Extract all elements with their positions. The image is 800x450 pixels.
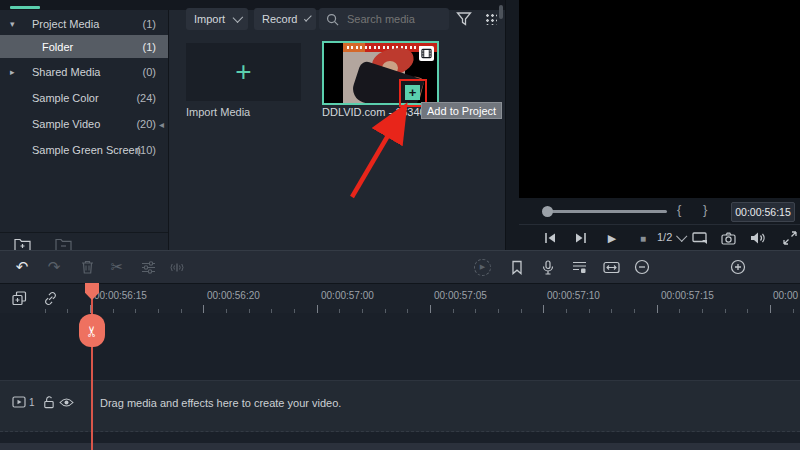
- redo-icon[interactable]: ↷: [45, 258, 63, 276]
- divider: [0, 232, 168, 233]
- sidebar-collapse-icon[interactable]: ◂: [159, 119, 164, 130]
- sidebar-item-count: (1): [143, 18, 156, 30]
- display-device-icon[interactable]: [691, 229, 709, 247]
- link-icon[interactable]: [41, 289, 59, 307]
- sidebar-item-label: Sample Green Screen: [32, 144, 141, 156]
- ruler-timestamp: 00:00:56:20: [207, 290, 260, 301]
- voiceover-mic-icon[interactable]: [539, 258, 557, 276]
- chevron-down-icon: [304, 14, 311, 21]
- duplicate-icon[interactable]: [10, 289, 28, 307]
- import-button-label: Import: [194, 13, 225, 25]
- sidebar-item-count: (24): [136, 92, 156, 104]
- ruler-timestamp: 00:00:57:00: [321, 290, 374, 301]
- sidebar-item-shared-media[interactable]: ▸ Shared Media (0): [0, 60, 168, 83]
- audio-denoise-icon[interactable]: [168, 258, 186, 276]
- zoom-in-icon[interactable]: [729, 258, 747, 276]
- sidebar-item-label: Sample Color: [32, 92, 99, 104]
- preview-panel: { } 00:00:56:15 ▶ ■ 1/2: [505, 0, 800, 250]
- add-to-project-tooltip: Add to Project: [421, 102, 502, 119]
- preview-screen[interactable]: [519, 0, 800, 198]
- sidebar-item-sample-color[interactable]: Sample Color (24): [0, 86, 168, 109]
- active-tab-indicator: [10, 6, 40, 9]
- delete-icon[interactable]: [78, 258, 96, 276]
- timeline-tracks: 1 Drag media and effects here to create …: [0, 313, 800, 450]
- sidebar-item-label: Folder: [42, 41, 73, 53]
- video-file-icon: [419, 46, 434, 61]
- sidebar-item-count: (0): [143, 66, 156, 78]
- triangle-down-icon[interactable]: ▾: [10, 19, 20, 29]
- lock-track-icon[interactable]: [39, 393, 57, 411]
- track-number: 1: [29, 397, 35, 408]
- sidebar-item-label: Sample Video: [32, 118, 100, 130]
- sidebar-item-count: (20): [136, 118, 156, 130]
- record-button[interactable]: Record: [254, 8, 316, 30]
- sidebar-item-project-media[interactable]: ▾ Project Media (1): [0, 12, 168, 35]
- video-track-icon: 1: [12, 396, 35, 408]
- timeline-ruler[interactable]: 00:00:56:15 00:00:56:20 00:00:57:00 00:0…: [0, 283, 800, 314]
- auto-ripple-icon[interactable]: [602, 258, 620, 276]
- media-library-sidebar: ▾ Project Media (1) Folder (1) ▸ Shared …: [0, 10, 169, 252]
- toggle-visibility-eye-icon[interactable]: [57, 393, 75, 411]
- mark-in-icon[interactable]: {: [677, 202, 681, 217]
- next-frame-icon[interactable]: [571, 229, 589, 247]
- ruler-timestamp: 00:00:57:05: [434, 290, 487, 301]
- media-panel: Import Record + Import Media: [169, 10, 505, 250]
- sidebar-item-count: (1): [143, 41, 156, 53]
- triangle-right-icon[interactable]: ▸: [10, 67, 20, 77]
- plus-icon: +: [235, 58, 251, 86]
- zoom-out-icon[interactable]: [633, 258, 651, 276]
- empty-track-hint: Drag media and effects here to create yo…: [100, 397, 341, 409]
- sidebar-item-label: Project Media: [32, 18, 99, 30]
- chevron-down-icon: [676, 231, 687, 242]
- search-box[interactable]: [319, 8, 449, 30]
- scrubber-track[interactable]: [547, 210, 667, 213]
- sidebar-item-sample-video[interactable]: Sample Video (20): [0, 112, 168, 135]
- ruler-timestamp: 00:00:57:15: [661, 290, 714, 301]
- timeline-toolbar: ↶ ↷ ✂ ▶: [0, 250, 800, 284]
- render-preview-icon[interactable]: ▶: [473, 258, 491, 276]
- split-scissors-icon[interactable]: ✂: [108, 258, 126, 276]
- volume-icon[interactable]: [749, 229, 767, 247]
- record-button-label: Record: [262, 13, 297, 25]
- ruler-timestamp: 00:00:56:15: [94, 290, 147, 301]
- playhead-scissors-handle[interactable]: ✂: [79, 314, 105, 347]
- filter-icon[interactable]: [456, 11, 472, 27]
- sidebar-item-sample-green-screen[interactable]: Sample Green Screen (10): [0, 138, 168, 161]
- import-button[interactable]: Import: [186, 8, 248, 30]
- scissors-icon: ✂: [83, 324, 101, 337]
- fullscreen-icon[interactable]: [781, 229, 799, 247]
- sidebar-item-folder[interactable]: Folder (1): [0, 35, 168, 58]
- marker-icon[interactable]: [508, 258, 526, 276]
- filmora-app-window: ▾ Project Media (1) Folder (1) ▸ Shared …: [0, 0, 800, 450]
- preview-scrubber: { } 00:00:56:15: [519, 198, 800, 224]
- quality-value: 1/2: [657, 231, 672, 243]
- grid-view-icon[interactable]: [485, 13, 497, 25]
- audio-mixer-icon[interactable]: [570, 258, 588, 276]
- chevron-down-icon: [233, 12, 243, 22]
- playback-quality-dropdown[interactable]: 1/2: [657, 231, 685, 243]
- sidebar-item-label: Shared Media: [32, 66, 101, 78]
- playback-controls: ▶ ■ 1/2: [519, 224, 800, 251]
- search-input[interactable]: [345, 12, 434, 26]
- preview-timecode: 00:00:56:15: [731, 202, 795, 222]
- stop-icon[interactable]: ■: [634, 229, 652, 247]
- timeline-horizontal-scrollbar[interactable]: [0, 443, 800, 450]
- ruler-timestamp: 00:00: [773, 290, 798, 301]
- sidebar-item-count: (10): [136, 144, 156, 156]
- adjust-sliders-icon[interactable]: [139, 258, 157, 276]
- video-track-1[interactable]: 1 Drag media and effects here to create …: [0, 380, 800, 432]
- media-panel-scrollbar[interactable]: [499, 5, 503, 19]
- import-media-tile[interactable]: +: [186, 43, 301, 101]
- playhead-line[interactable]: [91, 283, 93, 450]
- search-icon: [326, 13, 339, 26]
- snapshot-camera-icon[interactable]: [719, 229, 737, 247]
- mark-out-icon[interactable]: }: [703, 202, 707, 217]
- previous-frame-icon[interactable]: [541, 229, 559, 247]
- ruler-timestamp: 00:00:57:10: [547, 290, 600, 301]
- play-icon[interactable]: ▶: [603, 229, 621, 247]
- import-media-label: Import Media: [186, 106, 250, 118]
- scrubber-handle[interactable]: [542, 206, 553, 217]
- undo-icon[interactable]: ↶: [13, 258, 31, 276]
